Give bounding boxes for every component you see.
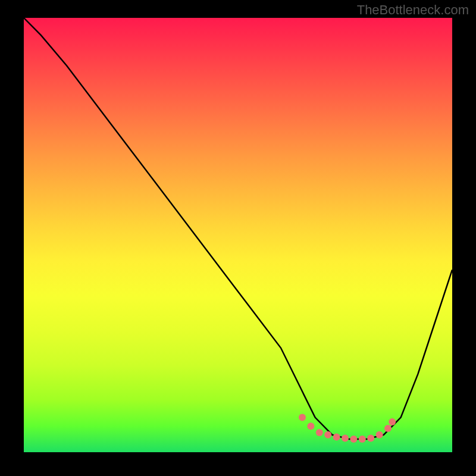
- valley-dot: [324, 431, 331, 439]
- valley-dot: [359, 436, 366, 443]
- valley-dot: [307, 422, 314, 430]
- valley-dot: [367, 435, 374, 442]
- valley-dot: [342, 435, 349, 442]
- chart-container: TheBottleneck.com: [0, 0, 476, 476]
- valley-dot: [333, 434, 340, 441]
- valley-dot: [389, 418, 396, 425]
- valley-dot: [376, 431, 383, 439]
- valley-dot: [316, 429, 323, 436]
- bottleneck-curve: [24, 18, 452, 439]
- valley-dot: [384, 425, 392, 432]
- valley-dots: [299, 414, 396, 443]
- plot-area: [24, 18, 452, 452]
- watermark-text: TheBottleneck.com: [357, 2, 469, 18]
- valley-dot: [350, 436, 357, 443]
- valley-dot: [299, 414, 306, 421]
- curve-svg: [24, 18, 452, 452]
